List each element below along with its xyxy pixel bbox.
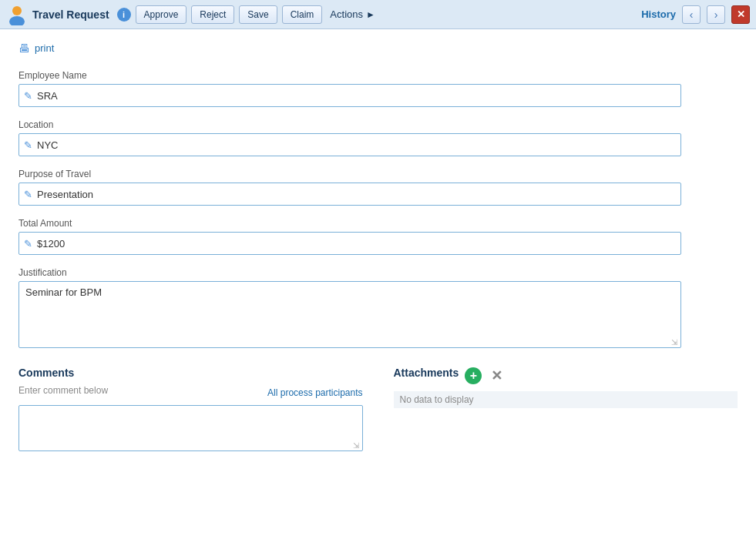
- close-button[interactable]: ✕: [731, 5, 750, 24]
- comment-resize-handle-icon: ⇲: [353, 441, 361, 449]
- toolbar-right: History ‹ › ✕: [641, 5, 750, 24]
- total-amount-input[interactable]: [37, 238, 676, 250]
- attachments-section: Attachments + ✕ No data to display: [394, 367, 738, 451]
- purpose-field-group: Purpose of Travel ✎: [18, 169, 681, 206]
- remove-attachment-button[interactable]: ✕: [488, 367, 505, 384]
- comments-title: Comments: [18, 367, 363, 379]
- attachments-title: Attachments: [394, 367, 459, 379]
- comment-textarea[interactable]: [24, 409, 358, 447]
- comment-row: Enter comment below All process particip…: [18, 385, 363, 400]
- purpose-edit-icon[interactable]: ✎: [24, 189, 32, 200]
- comment-hint: Enter comment below: [18, 385, 108, 396]
- location-label: Location: [18, 119, 681, 130]
- bottom-sections: Comments Enter comment below All process…: [18, 367, 738, 451]
- location-input-wrap: ✎: [18, 133, 681, 156]
- save-button[interactable]: Save: [239, 5, 277, 24]
- svg-point-1: [9, 16, 25, 25]
- justification-field-group: Justification Seminar for BPM ⇲: [18, 267, 681, 348]
- total-amount-input-wrap: ✎: [18, 232, 681, 255]
- actions-arrow-icon[interactable]: ►: [366, 9, 375, 20]
- purpose-input-wrap: ✎: [18, 183, 681, 206]
- claim-button[interactable]: Claim: [282, 5, 323, 24]
- justification-label: Justification: [18, 267, 681, 278]
- svg-point-0: [12, 6, 22, 15]
- attachments-no-data: No data to display: [394, 391, 738, 408]
- total-amount-label: Total Amount: [18, 218, 681, 229]
- total-amount-field-group: Total Amount ✎: [18, 218, 681, 255]
- remove-attachment-icon: ✕: [491, 367, 502, 384]
- add-attachment-icon: +: [470, 370, 477, 382]
- close-icon: ✕: [737, 8, 745, 20]
- location-field-group: Location ✎: [18, 119, 681, 156]
- info-icon[interactable]: i: [117, 8, 131, 22]
- toolbar: Travel Request i Approve Reject Save Cla…: [0, 0, 756, 29]
- print-label: print: [35, 42, 54, 54]
- nav-prev-button[interactable]: ‹: [682, 5, 701, 24]
- attachments-header: Attachments + ✕: [394, 367, 738, 385]
- print-link[interactable]: 🖶 print: [18, 42, 738, 55]
- employee-name-label: Employee Name: [18, 70, 681, 81]
- total-amount-edit-icon[interactable]: ✎: [24, 238, 32, 250]
- toolbar-left: Travel Request i Approve Reject Save Cla…: [6, 4, 637, 25]
- employee-name-input[interactable]: [37, 90, 676, 102]
- person-avatar-icon: [6, 4, 28, 25]
- comments-section: Comments Enter comment below All process…: [18, 367, 363, 451]
- actions-group: Actions ►: [330, 8, 375, 20]
- content-area: 🖶 print Employee Name ✎ Location ✎ Purpo…: [0, 29, 756, 464]
- justification-textarea[interactable]: Seminar for BPM: [25, 286, 674, 340]
- approve-button[interactable]: Approve: [136, 5, 187, 24]
- location-edit-icon[interactable]: ✎: [24, 139, 32, 151]
- nav-next-button[interactable]: ›: [707, 5, 725, 24]
- actions-label: Actions: [330, 8, 363, 20]
- employee-name-field-group: Employee Name ✎: [18, 70, 681, 107]
- app-title: Travel Request: [32, 8, 109, 21]
- form-section: Employee Name ✎ Location ✎ Purpose of Tr…: [18, 70, 681, 348]
- comment-textarea-wrap: ⇲: [18, 405, 363, 451]
- add-attachment-button[interactable]: +: [465, 367, 482, 384]
- history-label: History: [641, 8, 676, 20]
- purpose-label: Purpose of Travel: [18, 169, 681, 179]
- print-icon: 🖶: [18, 42, 30, 55]
- employee-name-edit-icon[interactable]: ✎: [24, 90, 32, 102]
- purpose-input[interactable]: [37, 189, 676, 200]
- location-input[interactable]: [37, 139, 676, 151]
- employee-name-input-wrap: ✎: [18, 84, 681, 107]
- participants-link[interactable]: All process participants: [267, 387, 362, 398]
- reject-button[interactable]: Reject: [191, 5, 234, 24]
- justification-textarea-wrap: Seminar for BPM ⇲: [18, 281, 681, 348]
- resize-handle-icon: ⇲: [671, 338, 679, 346]
